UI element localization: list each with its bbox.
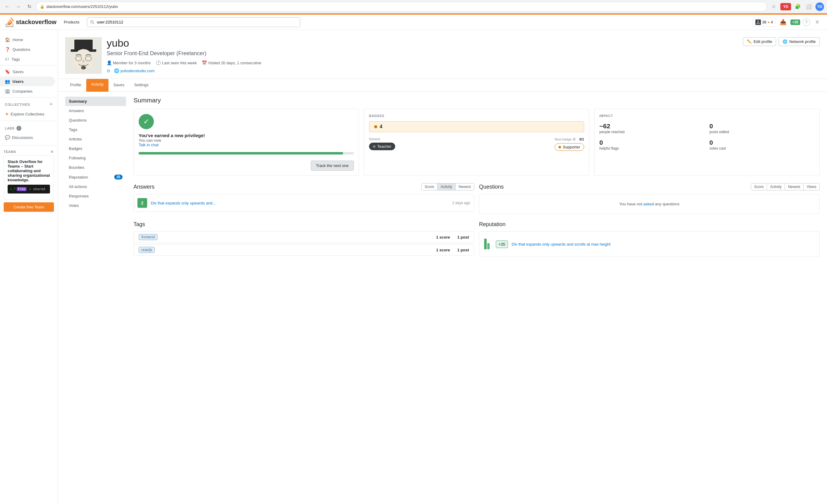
sidebar-item-discussions[interactable]: 💬 Discussions [5,133,50,142]
tab-saves[interactable]: Saves [108,79,129,91]
reputation-title: Reputation [479,221,505,228]
activity-item-badges[interactable]: Badges [65,144,126,153]
activity-item-responses[interactable]: Responses [65,191,126,201]
companies-icon: 🏢 [5,89,10,94]
rep-count: 36 [762,20,766,24]
refresh-button[interactable]: ↻ [25,2,34,11]
address-bar[interactable]: 🔒 stackoverflow.com/users/22510112/yubo [36,2,767,12]
member-since: 👤 Member for 3 months [107,60,151,65]
so-logo[interactable]: stackoverflow [5,17,56,27]
create-team-button[interactable]: Create free Team [4,202,54,212]
answers-questions-grid: Answers Score Activity Newest 2 Div that… [134,183,820,214]
tab-activity[interactable]: Activity [86,79,108,92]
labs-section: LABS i 💬 Discussions [0,122,58,144]
badges-label: BADGES [369,114,584,118]
forward-button[interactable]: → [14,2,22,11]
questions-filter-views[interactable]: Views [804,184,819,190]
github-link[interactable]: ⊙ [107,68,110,73]
answer-title[interactable]: Div that expands only upwards and... [151,201,448,205]
activity-layout: Summary Answers Questions Tags Articles … [58,92,827,276]
calendar-icon: 📅 [202,60,207,65]
url-text: stackoverflow.com/users/22510112/yubo [46,4,118,9]
activity-item-bounties[interactable]: Bounties [65,163,126,172]
svg-rect-3 [75,40,93,50]
network-profile-button[interactable]: 🌐 Network profile [779,37,820,46]
next-badge-label: Next badge ⚙ 0/1 [554,137,584,141]
posts-edited-num: 0 [710,122,815,130]
activity-item-questions[interactable]: Questions [65,115,126,125]
activity-item-votes[interactable]: Votes [65,201,126,210]
sidebar-item-saves[interactable]: 🔖 Saves [0,67,55,77]
answers-filter-activity[interactable]: Activity [438,184,455,190]
activity-item-tags[interactable]: Tags [65,125,126,134]
sidebar-item-users[interactable]: 👥 Users [0,77,55,86]
no-questions-message: You have not asked any questions [479,194,820,214]
activity-item-all-actions[interactable]: All actions [65,182,126,191]
users-label: Users [12,79,23,84]
activity-item-summary[interactable]: Summary [65,97,126,106]
left-sidebar: 🏠 Home ❓ Questions 🏷 Tags 🔖 Saves 👥 User… [0,30,58,504]
tag-score-reactjs: 1 score [436,248,450,252]
sidebar-item-questions[interactable]: ❓ Questions [0,45,55,54]
help-button[interactable]: ? [802,18,810,26]
activity-item-articles[interactable]: Articles [65,134,126,144]
asked-link[interactable]: asked [643,202,654,206]
inbox-button[interactable]: 📥 [778,17,788,27]
badges-next: Next badge ⚙ 0/1 Supporter [554,137,584,151]
questions-filter-score[interactable]: Score [751,184,767,190]
sidebar-item-home[interactable]: 🏠 Home [0,35,55,45]
products-button[interactable]: Products [61,18,82,26]
activity-item-following[interactable]: Following [65,153,126,163]
sidebar-item-companies[interactable]: 🏢 Companies [0,86,55,96]
bookmark-button[interactable]: ☆ [769,2,778,11]
browser-avatar[interactable]: YD [816,2,824,11]
rep-answer-title[interactable]: Div that expands only upwards and scroll… [512,242,815,247]
answer-item: 2 Div that expands only upwards and... 2… [134,194,474,212]
menu-button[interactable]: ≡ [812,17,822,27]
tag-pill-frontend[interactable]: frontend [139,234,157,240]
yd-badge[interactable]: YD [780,3,791,10]
teams-close-button[interactable]: ✕ [50,149,54,154]
website-link[interactable]: 🌐 yubodevstudio.com [114,68,154,73]
teams-header: TEAMS ✕ [4,148,54,155]
teams-card-image: >_? Free ✓ shared [8,185,50,194]
newest-badge-pill: Teacher [369,143,395,150]
gear-icon[interactable]: ⚙ [573,137,576,141]
tab-settings[interactable]: Settings [129,79,153,91]
impact-card: IMPACT ~62 people reached 0 posts edited [594,109,820,176]
explore-collectives-label: Explore Collectives [11,112,45,116]
answers-title: Answers [134,184,154,190]
back-button[interactable]: ← [3,2,11,11]
privilege-link[interactable]: Talk in chat [139,143,158,147]
so-logo-text: stackoverflow [16,18,56,26]
activity-item-reputation[interactable]: Reputation 35 [65,172,126,182]
labs-info-button[interactable]: i [16,126,21,131]
tab-profile[interactable]: Profile [65,79,86,91]
sidebar-item-explore-collectives[interactable]: ✦ Explore Collectives [0,109,55,119]
add-collective-button[interactable]: + [49,101,53,108]
questions-filter-activity[interactable]: Activity [767,184,785,190]
profiles-button[interactable]: ⬜ [805,2,813,11]
edit-profile-button[interactable]: ✏️ Edit profile [743,37,776,46]
teacher-dot [373,145,376,148]
search-input[interactable] [87,17,300,27]
clock-icon: 🕐 [156,60,161,65]
bronze-indicator: ● [768,20,769,24]
tag-item-reactjs: reactjs 1 score 1 post [134,244,474,256]
teams-label: TEAMS [4,150,16,154]
answers-filter-newest[interactable]: Newest [455,184,474,190]
questions-section: Questions Score Activity Newest Views Yo… [479,183,820,214]
tags-section: Tags frontend 1 score 1 post [134,221,474,257]
activity-item-answers[interactable]: Answers [65,106,126,115]
questions-filter-newest[interactable]: Newest [785,184,804,190]
track-next-button[interactable]: Track the next one [311,161,354,171]
sidebar-item-tags[interactable]: 🏷 Tags [0,54,55,64]
achievements-badge[interactable]: +35 [790,19,800,25]
answers-filter-score[interactable]: Score [422,184,438,190]
helpful-flags: 0 helpful flags [599,139,704,151]
extensions-button[interactable]: 🧩 [793,2,802,11]
so-layout: stackoverflow Products 36 ● 4 📥 +35 ? ≡ [0,15,827,504]
rep-bar-chart [484,237,490,249]
tag-pill-reactjs[interactable]: reactjs [139,247,155,253]
reputation-badge[interactable]: 36 ● 4 [752,18,776,27]
